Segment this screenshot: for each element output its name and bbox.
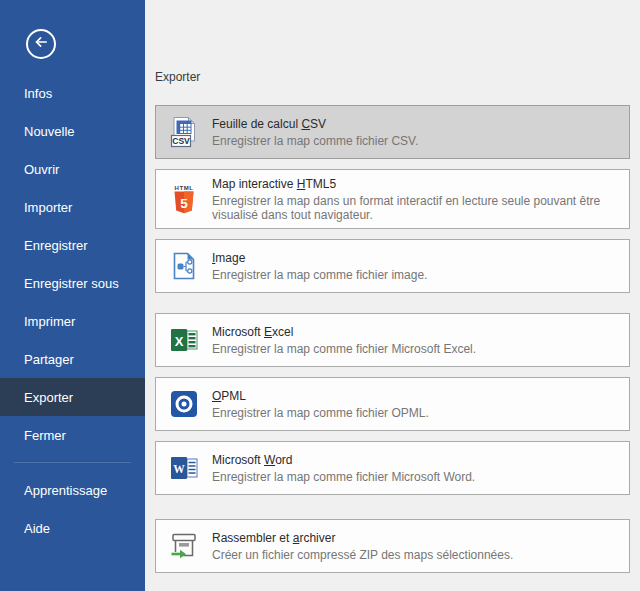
opml-icon <box>168 388 200 420</box>
export-item-title: Map interactive HTML5 <box>212 177 627 192</box>
export-item-description: Créer un fichier compressé ZIP des maps … <box>212 548 513 562</box>
sidebar-item-aide[interactable]: Aide <box>0 509 145 547</box>
sidebar-item-exporter[interactable]: Exporter <box>0 378 145 416</box>
export-item-title: Image <box>212 251 427 266</box>
sidebar-item-fermer[interactable]: Fermer <box>0 416 145 454</box>
html5-icon: HTML 5 <box>168 183 200 215</box>
export-item-pack-and-go[interactable]: Rassembler et archiver Créer un fichier … <box>155 519 630 573</box>
svg-text:5: 5 <box>180 196 188 211</box>
export-item-description: Enregistrer la map comme fichier Microso… <box>212 342 476 356</box>
export-item-title: Feuille de calcul CSV <box>212 117 418 132</box>
svg-text:CSV: CSV <box>172 136 190 146</box>
sidebar-menu: Infos Nouvelle Ouvrir Importer Enregistr… <box>0 74 145 547</box>
back-button[interactable] <box>26 29 56 59</box>
export-item-image[interactable]: Image Enregistrer la map comme fichier i… <box>155 239 630 293</box>
export-item-excel[interactable]: X Microsoft Excel Enregistrer la map com… <box>155 313 630 367</box>
export-item-title: Microsoft Word <box>212 453 475 468</box>
csv-spreadsheet-icon: CSV <box>168 116 200 148</box>
sidebar-item-infos[interactable]: Infos <box>0 74 145 112</box>
svg-text:W: W <box>173 463 185 475</box>
sidebar-item-ouvrir[interactable]: Ouvrir <box>0 150 145 188</box>
sidebar-divider <box>14 462 131 463</box>
sidebar-item-nouvelle[interactable]: Nouvelle <box>0 112 145 150</box>
sidebar-item-partager[interactable]: Partager <box>0 340 145 378</box>
export-item-word[interactable]: W Microsoft Word Enregistrer la map comm… <box>155 441 630 495</box>
export-item-title: OPML <box>212 389 429 404</box>
sidebar-item-enregistrer-sous[interactable]: Enregistrer sous <box>0 264 145 302</box>
export-options-list: CSV Feuille de calcul CSV Enregistrer la… <box>155 105 630 573</box>
sidebar-item-importer[interactable]: Importer <box>0 188 145 226</box>
export-item-description: Enregistrer la map comme fichier Microso… <box>212 470 475 484</box>
excel-icon: X <box>168 324 200 356</box>
svg-text:X: X <box>175 334 184 349</box>
word-icon: W <box>168 452 200 484</box>
sidebar: Infos Nouvelle Ouvrir Importer Enregistr… <box>0 0 145 591</box>
export-item-description: Enregistrer la map comme fichier CSV. <box>212 134 418 148</box>
sidebar-item-imprimer[interactable]: Imprimer <box>0 302 145 340</box>
export-item-title: Microsoft Excel <box>212 325 476 340</box>
export-item-description: Enregistrer la map comme fichier OPML. <box>212 406 429 420</box>
export-item-html5[interactable]: HTML 5 Map interactive HTML5 Enregistrer… <box>155 169 630 229</box>
export-item-title: Rassembler et archiver <box>212 531 513 546</box>
pack-and-go-icon <box>168 530 200 562</box>
sidebar-item-enregistrer[interactable]: Enregistrer <box>0 226 145 264</box>
sidebar-item-apprentissage[interactable]: Apprentissage <box>0 471 145 509</box>
export-item-csv[interactable]: CSV Feuille de calcul CSV Enregistrer la… <box>155 105 630 159</box>
export-item-opml[interactable]: OPML Enregistrer la map comme fichier OP… <box>155 377 630 431</box>
export-panel: Exporter CSV Feui <box>145 0 640 591</box>
image-file-icon <box>168 250 200 282</box>
back-arrow-icon <box>32 33 50 55</box>
page-title: Exporter <box>155 70 630 84</box>
export-item-description: Enregistrer la map comme fichier image. <box>212 268 427 282</box>
export-item-description: Enregistrer la map dans un format intera… <box>212 194 627 222</box>
svg-text:HTML: HTML <box>174 185 193 191</box>
backstage-view: Infos Nouvelle Ouvrir Importer Enregistr… <box>0 0 640 591</box>
